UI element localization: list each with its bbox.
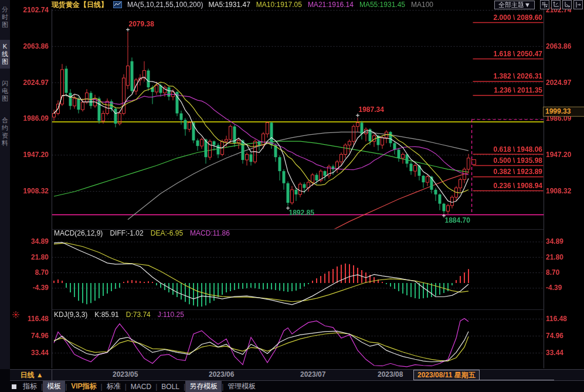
kdj-d-value: D:73.74 bbox=[126, 311, 151, 319]
toolbar-icons bbox=[540, 0, 583, 9]
left-sidebar: 分时图K线图闪电图合约资料 bbox=[0, 0, 10, 369]
macd-hist-value: MACD:11.86 bbox=[190, 229, 230, 237]
axis-tick: 21.80 bbox=[546, 253, 563, 261]
tab-5[interactable]: BOLL bbox=[157, 382, 184, 391]
fib-level-label-7: 0.236 \ 1908.94 bbox=[472, 182, 542, 190]
axis-tick: 1908.32 bbox=[546, 187, 571, 195]
tab-6[interactable]: 另存模板 bbox=[185, 381, 222, 392]
axis-tick: 2024.97 bbox=[23, 79, 49, 87]
axis-tick: 34.89 bbox=[546, 237, 563, 246]
fib-level-label-0: 2.000 \ 2089.60 bbox=[472, 13, 542, 22]
price-annotation-1: 1987.34 bbox=[359, 105, 384, 114]
axis-tick: 74.96 bbox=[546, 332, 563, 340]
fib-level-label-5: 0.500 \ 1935.98 bbox=[472, 156, 542, 165]
fib-level-label-2: 1.382 \ 2026.31 bbox=[472, 72, 542, 80]
chart-icon bbox=[113, 1, 122, 8]
sidebar-item-1[interactable]: K线图 bbox=[0, 40, 10, 69]
sidebar-item-3[interactable]: 合约资料 bbox=[0, 114, 10, 150]
bottom-tab-bar: 指标|模板|VIP指标|标准|MACD|BOLL|另存模板|管理模板 bbox=[10, 381, 584, 392]
axis-tick: 2024.97 bbox=[546, 79, 571, 87]
ma-value-1: MA10:1917.05 bbox=[256, 1, 302, 9]
axis-tick: 33.44 bbox=[546, 349, 563, 357]
macd-diff-value: DIFF:-1.02 bbox=[110, 229, 143, 237]
price-annotation-2: 1892.85 bbox=[289, 209, 314, 217]
axis-tick: 8.70 bbox=[35, 268, 49, 277]
axis-tick: 2102.74 bbox=[23, 6, 49, 14]
ma-value-0: MA5:1931.47 bbox=[208, 1, 250, 9]
period-selector[interactable]: 日线 ▲ bbox=[12, 370, 52, 380]
price-chart-canvas[interactable] bbox=[0, 0, 584, 392]
kdj-header: KDJ(9,3,3) K:85.91 D:73.74 J:110.25 bbox=[54, 311, 184, 319]
tab-4[interactable]: MACD bbox=[127, 382, 155, 391]
tab-2[interactable]: VIP指标 bbox=[67, 381, 100, 392]
axis-tick: 2063.86 bbox=[546, 42, 571, 50]
macd-dea-value: DEA:-6.95 bbox=[151, 229, 183, 237]
date-axis-label-1: 2023/06 bbox=[209, 370, 234, 379]
axis-tick: 1947.20 bbox=[546, 151, 571, 159]
axis-tick: 1908.32 bbox=[23, 187, 49, 195]
tab-1[interactable]: 模板 bbox=[43, 381, 65, 392]
tab-3[interactable]: 标准 bbox=[103, 381, 125, 392]
indicator-settings-icon[interactable] bbox=[12, 310, 19, 321]
price-tag: 1999.33 bbox=[543, 107, 584, 117]
ma-values: MA5:1931.47MA10:1917.05MA21:1916.14MA55:… bbox=[208, 1, 433, 9]
price-annotation-3: 1884.70 bbox=[445, 216, 470, 224]
axis-tick: 74.96 bbox=[31, 332, 49, 340]
date-axis-label-0: 2023/05 bbox=[113, 370, 138, 379]
fib-level-label-4: 0.618 \ 1948.06 bbox=[472, 145, 542, 154]
kdj-k-value: K:85.91 bbox=[94, 311, 118, 319]
price-annotation-0: 2079.38 bbox=[129, 20, 154, 28]
axis-tick: -4.39 bbox=[33, 284, 49, 292]
fib-level-label-1: 1.618 \ 2050.47 bbox=[472, 50, 542, 58]
ma-value-4: MA100 bbox=[411, 1, 433, 9]
axis-tick: 1947.20 bbox=[23, 151, 49, 159]
fib-level-label-3: 1.236 \ 2011.35 bbox=[472, 86, 542, 94]
move-icon[interactable] bbox=[540, 0, 549, 9]
axis-scale-icon[interactable] bbox=[562, 0, 572, 9]
current-date-label: 2023/08/11 星期五 bbox=[413, 370, 480, 380]
scroll-right-icon[interactable] bbox=[573, 0, 583, 9]
axis-tick: 21.80 bbox=[31, 253, 49, 261]
axis-tick: 116.48 bbox=[546, 315, 567, 323]
tab-0[interactable]: 指标 bbox=[19, 381, 41, 392]
trading-app-window: 分时图K线图闪电图合约资料 现货黄金【日线】 MA(5,10,21,55,100… bbox=[0, 0, 584, 392]
axis-tick: 116.48 bbox=[28, 315, 49, 323]
sidebar-item-2[interactable]: 闪电图 bbox=[0, 77, 10, 105]
axis-fit-icon[interactable] bbox=[551, 0, 561, 9]
grid-icon[interactable] bbox=[12, 384, 16, 389]
date-axis-label-3: 2023/08 bbox=[378, 370, 403, 379]
ma-settings-label[interactable]: MA(5,10,21,55,100,200) bbox=[127, 1, 203, 9]
axis-tick: -4.39 bbox=[546, 284, 562, 292]
date-axis-row: 日线 ▲ 2023/052023/062023/072023/08 2023/0… bbox=[10, 369, 584, 381]
axis-tick: 33.44 bbox=[31, 349, 49, 357]
ma-value-2: MA21:1916.14 bbox=[308, 1, 354, 9]
tab-7[interactable]: 管理模板 bbox=[223, 381, 260, 392]
chart-header: 现货黄金【日线】 MA(5,10,21,55,100,200) MA5:1931… bbox=[52, 0, 583, 9]
axis-tick: 2063.86 bbox=[23, 42, 49, 50]
kdj-title[interactable]: KDJ(9,3,3) bbox=[54, 311, 87, 319]
theme-dropdown-button[interactable]: 全部主题▼ bbox=[494, 1, 535, 9]
kdj-j-value: J:110.25 bbox=[158, 311, 184, 319]
fib-level-label-6: 0.382 \ 1923.89 bbox=[472, 168, 542, 176]
axis-tick: 8.70 bbox=[546, 268, 559, 277]
sidebar-item-0[interactable]: 分时图 bbox=[0, 3, 10, 32]
symbol-title: 现货黄金【日线】 bbox=[52, 0, 108, 10]
axis-tick: 1986.09 bbox=[23, 114, 49, 122]
macd-header: MACD(26,12,9) DIFF:-1.02 DEA:-6.95 MACD:… bbox=[54, 229, 230, 237]
axis-tick: 34.89 bbox=[31, 237, 49, 246]
ma-value-3: MA55:1931.45 bbox=[359, 1, 405, 9]
macd-title[interactable]: MACD(26,12,9) bbox=[54, 229, 103, 237]
date-axis-label-2: 2023/07 bbox=[300, 370, 325, 379]
